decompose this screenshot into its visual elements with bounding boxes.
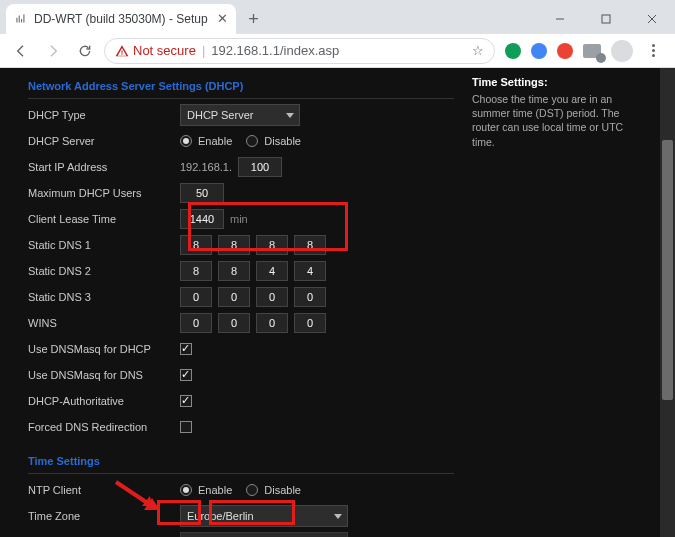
browser-tab[interactable]: DD-WRT (build 35030M) - Setup ✕ bbox=[6, 4, 236, 34]
label-dns1: Static DNS 1 bbox=[28, 239, 180, 251]
input-wins-b[interactable] bbox=[218, 313, 250, 333]
nav-back-button[interactable] bbox=[8, 38, 34, 64]
omnibox-url: 192.168.1.1/index.asp bbox=[211, 43, 339, 58]
input-start-ip[interactable] bbox=[238, 157, 282, 177]
divider bbox=[28, 473, 454, 474]
window-titlebar: DD-WRT (build 35030M) - Setup ✕ + bbox=[0, 0, 675, 34]
label-lease-time: Client Lease Time bbox=[28, 213, 180, 225]
input-dns3-d[interactable] bbox=[294, 287, 326, 307]
window-maximize-button[interactable] bbox=[583, 4, 629, 34]
label-enable: Enable bbox=[198, 484, 232, 496]
bookmark-star-icon[interactable]: ☆ bbox=[472, 43, 484, 58]
checkbox-dnsmasq-dhcp[interactable] bbox=[180, 343, 192, 355]
window-controls bbox=[537, 4, 675, 34]
input-dns3-c[interactable] bbox=[256, 287, 288, 307]
nav-forward-button[interactable] bbox=[40, 38, 66, 64]
radio-ntp-disable[interactable] bbox=[246, 484, 258, 496]
browser-menu-button[interactable] bbox=[643, 44, 663, 57]
input-wins-a[interactable] bbox=[180, 313, 212, 333]
input-dns2-b[interactable] bbox=[218, 261, 250, 281]
input-dns1-a[interactable] bbox=[180, 235, 212, 255]
label-start-ip: Start IP Address bbox=[28, 161, 180, 173]
label-dns2: Static DNS 2 bbox=[28, 265, 180, 277]
input-dns3-a[interactable] bbox=[180, 287, 212, 307]
extension-icons bbox=[501, 40, 667, 62]
section-title-dhcp: Network Address Server Settings (DHCP) bbox=[28, 74, 454, 98]
lease-unit: min bbox=[230, 213, 248, 225]
label-max-users: Maximum DHCP Users bbox=[28, 187, 180, 199]
address-bar: Not secure | 192.168.1.1/index.asp ☆ bbox=[0, 34, 675, 68]
extension-mail-icon[interactable] bbox=[583, 44, 601, 58]
svg-rect-0 bbox=[602, 15, 610, 23]
not-secure-warning: Not secure bbox=[115, 43, 196, 58]
checkbox-forced-redir[interactable] bbox=[180, 421, 192, 433]
label-timezone: Time Zone bbox=[28, 510, 180, 522]
window-close-button[interactable] bbox=[629, 4, 675, 34]
label-disable: Disable bbox=[264, 484, 301, 496]
extension-icon-1[interactable] bbox=[505, 43, 521, 59]
omnibox[interactable]: Not secure | 192.168.1.1/index.asp ☆ bbox=[104, 38, 495, 64]
scrollbar-track[interactable] bbox=[660, 68, 675, 537]
label-dns3: Static DNS 3 bbox=[28, 291, 180, 303]
tab-close-icon[interactable]: ✕ bbox=[217, 11, 228, 26]
label-forced-redir: Forced DNS Redirection bbox=[28, 421, 180, 433]
input-dns1-c[interactable] bbox=[256, 235, 288, 255]
page-viewport: Network Address Server Settings (DHCP) D… bbox=[0, 68, 675, 537]
input-dns1-b[interactable] bbox=[218, 235, 250, 255]
label-disable: Disable bbox=[264, 135, 301, 147]
start-ip-prefix: 192.168.1. bbox=[180, 161, 232, 173]
window-minimize-button[interactable] bbox=[537, 4, 583, 34]
help-body: Choose the time you are in an summer tim… bbox=[472, 92, 642, 149]
input-dns2-d[interactable] bbox=[294, 261, 326, 281]
section-title-time: Time Settings bbox=[28, 449, 454, 473]
input-dns1-d[interactable] bbox=[294, 235, 326, 255]
nav-reload-button[interactable] bbox=[72, 38, 98, 64]
checkbox-authoritative[interactable] bbox=[180, 395, 192, 407]
extension-icon-3[interactable] bbox=[557, 43, 573, 59]
profile-avatar[interactable] bbox=[611, 40, 633, 62]
extension-icon-2[interactable] bbox=[531, 43, 547, 59]
new-tab-button[interactable]: + bbox=[242, 7, 266, 31]
not-secure-text: Not secure bbox=[133, 43, 196, 58]
scrollbar-thumb[interactable] bbox=[662, 140, 673, 400]
input-dns2-a[interactable] bbox=[180, 261, 212, 281]
input-lease-time[interactable] bbox=[180, 209, 224, 229]
label-dhcp-server: DHCP Server bbox=[28, 135, 180, 147]
divider bbox=[28, 98, 454, 99]
select-dhcp-type[interactable]: DHCP Server bbox=[180, 104, 300, 126]
tab-title: DD-WRT (build 35030M) - Setup bbox=[34, 12, 208, 26]
label-enable: Enable bbox=[198, 135, 232, 147]
input-dns3-b[interactable] bbox=[218, 287, 250, 307]
checkbox-dnsmasq-dns[interactable] bbox=[180, 369, 192, 381]
tab-favicon bbox=[14, 12, 28, 26]
label-dnsmasq-dns: Use DNSMasq for DNS bbox=[28, 369, 180, 381]
label-wins: WINS bbox=[28, 317, 180, 329]
help-title: Time Settings: bbox=[472, 76, 642, 88]
select-timezone[interactable]: Europe/Berlin bbox=[180, 505, 348, 527]
input-wins-d[interactable] bbox=[294, 313, 326, 333]
input-max-users[interactable] bbox=[180, 183, 224, 203]
input-dns2-c[interactable] bbox=[256, 261, 288, 281]
radio-dhcp-enable[interactable] bbox=[180, 135, 192, 147]
radio-dhcp-disable[interactable] bbox=[246, 135, 258, 147]
input-wins-c[interactable] bbox=[256, 313, 288, 333]
radio-ntp-enable[interactable] bbox=[180, 484, 192, 496]
label-ntp-client: NTP Client bbox=[28, 484, 180, 496]
label-dnsmasq-dhcp: Use DNSMasq for DHCP bbox=[28, 343, 180, 355]
label-authoritative: DHCP-Authoritative bbox=[28, 395, 180, 407]
input-server-name[interactable] bbox=[180, 532, 348, 537]
label-dhcp-type: DHCP Type bbox=[28, 109, 180, 121]
